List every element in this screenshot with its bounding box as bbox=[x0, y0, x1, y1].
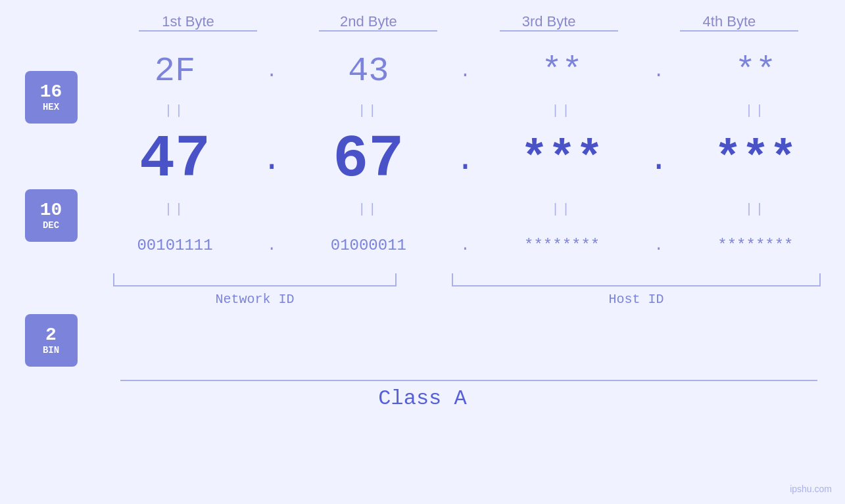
bin-b2-cell: 01000011 bbox=[293, 237, 444, 254]
sep1-b3: || bbox=[487, 103, 638, 118]
dec-badge-label: DEC bbox=[43, 221, 59, 231]
hex-b1-cell: 2F bbox=[99, 52, 251, 91]
bin-b1: 00101111 bbox=[137, 237, 212, 254]
host-bracket-line bbox=[452, 273, 821, 286]
bin-b4-cell: ******** bbox=[680, 237, 831, 254]
sep2-b4: || bbox=[680, 202, 831, 217]
watermark: ipshu.com bbox=[790, 484, 832, 494]
bin-badge: 2 BIN bbox=[25, 314, 78, 367]
sep-row-2: || || || || bbox=[94, 196, 837, 222]
byte2-header: 2nd Byte bbox=[302, 13, 454, 32]
dec-b2: 67 bbox=[333, 126, 404, 193]
sep1-b4: || bbox=[680, 103, 831, 118]
hex-dot1: . bbox=[262, 61, 281, 81]
host-id-section: Host ID bbox=[436, 273, 837, 307]
dec-badge-num: 10 bbox=[40, 200, 62, 221]
dec-b1-cell: 47 bbox=[99, 130, 251, 189]
hex-b3-cell: ** bbox=[487, 52, 638, 91]
byte3-label: 3rd Byte bbox=[483, 13, 615, 30]
sep1-b1: || bbox=[99, 103, 251, 118]
dec-b1: 47 bbox=[139, 126, 210, 193]
hex-badge: 16 HEX bbox=[25, 71, 78, 124]
hex-b3: ** bbox=[541, 52, 582, 91]
sep2-b3: || bbox=[487, 202, 638, 217]
dec-b2-cell: 67 bbox=[293, 130, 444, 189]
network-id-section: Network ID bbox=[94, 273, 416, 307]
bin-b3-cell: ******** bbox=[487, 237, 638, 254]
dec-b4-cell: *** bbox=[680, 137, 831, 183]
values-grid: 2F . 43 . ** . ** bbox=[94, 45, 837, 307]
byte4-label: 4th Byte bbox=[664, 13, 795, 30]
hex-dot3: . bbox=[649, 61, 669, 81]
network-bracket-line bbox=[113, 273, 397, 286]
dec-dot1: . bbox=[262, 141, 281, 179]
hex-b2: 43 bbox=[348, 52, 389, 91]
byte4-bracket bbox=[680, 30, 798, 32]
bin-dot3: . bbox=[649, 237, 669, 254]
bin-b3: ******** bbox=[524, 237, 600, 254]
byte1-label: 1st Byte bbox=[122, 13, 254, 30]
byte-headers: 1st Byte 2nd Byte 3rd Byte 4th Byte bbox=[120, 13, 817, 32]
sep2-b2: || bbox=[293, 202, 444, 217]
bottom-brackets-row: Network ID Host ID bbox=[94, 273, 837, 307]
bin-b2: 01000011 bbox=[331, 237, 406, 254]
network-id-label: Network ID bbox=[215, 292, 294, 307]
hex-badge-label: HEX bbox=[43, 103, 59, 112]
byte3-bracket bbox=[500, 30, 618, 32]
dec-b3: *** bbox=[521, 133, 604, 185]
byte2-label: 2nd Byte bbox=[302, 13, 434, 30]
content-area: 16 HEX 10 DEC 2 BIN 2F . bbox=[9, 45, 837, 367]
bin-badge-label: BIN bbox=[43, 346, 59, 355]
sep2-b1: || bbox=[99, 202, 251, 217]
byte1-header: 1st Byte bbox=[122, 13, 274, 32]
hex-b2-cell: 43 bbox=[293, 52, 444, 91]
sep1-b2: || bbox=[293, 103, 444, 118]
byte4-header: 4th Byte bbox=[664, 13, 815, 32]
hex-row: 2F . 43 . ** . ** bbox=[94, 45, 837, 97]
hex-b4: ** bbox=[735, 52, 776, 91]
dec-row: 47 . 67 . *** . *** bbox=[94, 124, 837, 196]
byte3-header: 3rd Byte bbox=[483, 13, 635, 32]
host-id-label: Host ID bbox=[608, 292, 664, 307]
byte1-bracket bbox=[139, 30, 257, 32]
badge-column: 16 HEX 10 DEC 2 BIN bbox=[9, 45, 94, 367]
bin-row: 00101111 . 01000011 . ******** . bbox=[94, 222, 837, 268]
bin-b1-cell: 00101111 bbox=[99, 237, 251, 254]
dec-b3-cell: *** bbox=[487, 137, 638, 183]
sep-row-1: || || || || bbox=[94, 97, 837, 124]
hex-badge-num: 16 bbox=[40, 82, 62, 103]
class-bar bbox=[120, 380, 817, 381]
bin-b4: ******** bbox=[717, 237, 793, 254]
dec-b4: *** bbox=[714, 133, 797, 185]
bin-badge-num: 2 bbox=[45, 325, 57, 346]
main-container: 1st Byte 2nd Byte 3rd Byte 4th Byte 16 H… bbox=[0, 0, 845, 504]
dec-dot3: . bbox=[649, 141, 669, 179]
dec-dot2: . bbox=[455, 141, 475, 179]
dec-badge: 10 DEC bbox=[25, 189, 78, 242]
byte2-bracket bbox=[319, 30, 437, 32]
bin-dot2: . bbox=[455, 237, 475, 254]
hex-b4-cell: ** bbox=[680, 52, 831, 91]
class-label: Class A bbox=[378, 386, 466, 411]
bin-dot1: . bbox=[262, 237, 281, 254]
class-label-row: Class A bbox=[378, 386, 466, 411]
hex-b1: 2F bbox=[155, 52, 195, 91]
hex-dot2: . bbox=[455, 61, 475, 81]
